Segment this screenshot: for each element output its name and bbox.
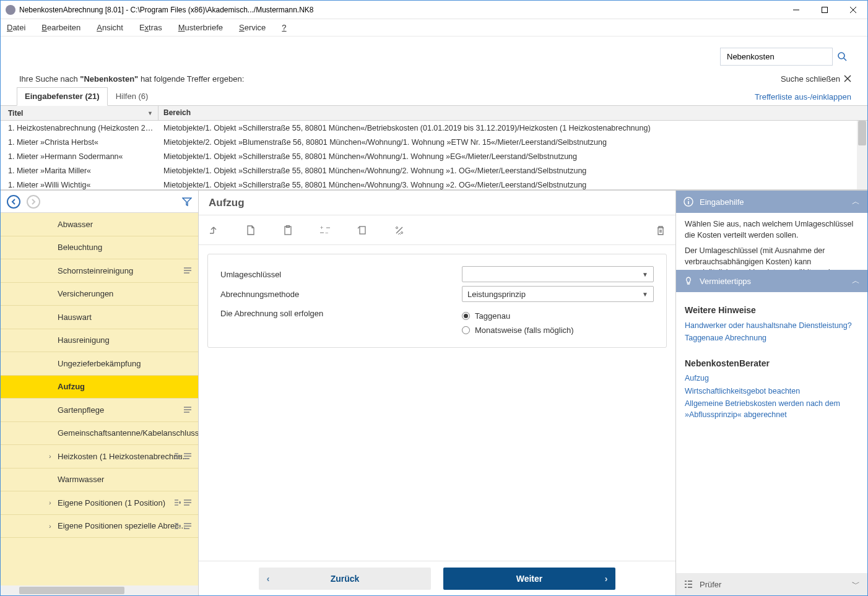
toolbar-doc-button[interactable] [245, 225, 257, 235]
result-row[interactable]: 1. Mieter »Hermann Sodermann«Mietobjekte… [1, 149, 867, 163]
tab-eingabefenster[interactable]: Eingabefenster (21) [17, 87, 108, 106]
result-title: 1. Heizkostenabrechnung (Heizkosten 2019… [1, 124, 158, 132]
flag-icon [357, 225, 367, 235]
nav-forward-button[interactable] [27, 195, 40, 209]
result-row[interactable]: 1. Heizkostenabrechnung (Heizkosten 2019… [1, 121, 867, 135]
search-button[interactable] [833, 48, 851, 66]
result-row[interactable]: 1. Mieter »Marita Miller«Mietobjekte/1. … [1, 163, 867, 178]
sidebar-item[interactable]: ›Eigene Positionen spezielle Abrec... [1, 515, 198, 538]
toolbar-percent-button[interactable] [393, 225, 406, 235]
toggle-result-list[interactable]: Trefferliste aus-/einklappen [755, 92, 867, 105]
menu-datei[interactable]: Datei [7, 23, 25, 32]
main-area: AbwasserBeleuchtungSchornsteinreinigungV… [1, 190, 867, 595]
result-title: 1. Mieter »Hermann Sodermann« [1, 152, 158, 161]
menu-bearbeiten[interactable]: Bearbeiten [41, 23, 80, 32]
next-button[interactable]: Weiter › [443, 568, 615, 590]
col-header-bereich[interactable]: Bereich [158, 106, 867, 120]
checklist-icon [684, 579, 693, 589]
nav-back-button[interactable] [7, 195, 20, 209]
menu-musterbriefe[interactable]: Musterbriefe [178, 23, 223, 32]
chevron-right-icon: › [49, 522, 51, 530]
select-umlageschluessel[interactable]: ▼ [462, 266, 654, 282]
menu-ansicht[interactable]: Ansicht [97, 23, 123, 32]
tab-hilfen[interactable]: Hilfen (6) [108, 87, 157, 105]
form-card: Umlageschlüssel ▼ Abrechnungsmethode Lei… [207, 254, 667, 348]
sidebar-item[interactable]: Schornsteinreinigung [1, 259, 198, 283]
document-icon [246, 225, 255, 235]
result-row[interactable]: 1. Mieter »Willi Wichtig«Mietobjekte/1. … [1, 178, 867, 189]
menu-icon[interactable] [183, 406, 192, 413]
menu-service[interactable]: Service [239, 23, 266, 32]
results-scrollbar[interactable] [857, 121, 867, 189]
menu-icon[interactable] [183, 522, 192, 530]
sidebar-item[interactable]: Gartenpflege [1, 399, 198, 422]
sidebar-item[interactable]: Hauswart [1, 306, 198, 329]
maximize-button[interactable] [810, 1, 839, 19]
sidebar-scrollbar[interactable] [1, 585, 198, 595]
result-area: Mietobjekte/1. Objekt »Schillerstraße 55… [158, 166, 867, 175]
panel-pruefer-header[interactable]: Prüfer ﹀ [676, 573, 867, 595]
app-window: NebenkostenAbrechnung [8.01] - C:\Progra… [0, 0, 868, 596]
toolbar-clipboard-button[interactable] [282, 225, 294, 235]
menu-icon[interactable] [183, 452, 192, 460]
panel-vermietertipps-header[interactable]: Vermietertipps ︿ [676, 270, 867, 292]
sidebar-item[interactable]: ›Eigene Positionen (1 Position) [1, 491, 198, 515]
toolbar-delete-button[interactable] [654, 225, 667, 235]
radio-taggenau[interactable]: Taggenau [462, 311, 574, 321]
toolbar-add-remove-button[interactable]: +− [319, 225, 331, 235]
center-toolbar: +− [199, 215, 675, 245]
close-search-button[interactable]: Suche schließen [781, 74, 851, 84]
result-row[interactable]: 1. Mieter »Christa Herbst«Mietobjekte/2.… [1, 135, 867, 149]
goto-icon[interactable] [173, 452, 181, 460]
result-title: 1. Mieter »Marita Miller« [1, 166, 158, 175]
sidebar-item[interactable]: Beleuchtung [1, 236, 198, 260]
search-input-wrap[interactable] [720, 48, 833, 66]
sidebar-item[interactable]: Ungezieferbekämpfung [1, 352, 198, 376]
up-arrow-icon [209, 225, 219, 235]
sidebar-item[interactable]: Abwasser [1, 213, 198, 236]
svg-point-32 [401, 231, 403, 233]
menu-icon[interactable] [183, 267, 192, 274]
menu-extras[interactable]: Extras [139, 23, 162, 32]
sidebar-item[interactable]: Warmwasser [1, 469, 198, 492]
chevron-right-icon: › [597, 574, 615, 584]
toolbar-mark-button[interactable] [356, 225, 368, 235]
svg-rect-29 [360, 227, 365, 234]
minimize-button[interactable] [782, 1, 810, 19]
radio-icon [462, 312, 470, 320]
sidebar-item[interactable]: Gemeinschaftsantenne/Kabelanschluss [1, 422, 198, 446]
tipps-heading-2: NebenkostenBerater [685, 358, 859, 370]
goto-icon[interactable] [173, 499, 181, 506]
plus-minus-icon: +− [320, 225, 330, 235]
titlebar: NebenkostenAbrechnung [8.01] - C:\Progra… [1, 1, 867, 19]
tipps-heading-1: Weitere Hinweise [685, 304, 859, 317]
label-abrechnung-erfolgen: Die Abrechnung soll erfolgen [220, 309, 462, 335]
sidebar-item[interactable]: Aufzug [1, 376, 198, 399]
col-header-title[interactable]: Titel ▼ [1, 106, 158, 120]
tipps-link[interactable]: Taggenaue Abrechnung [685, 333, 859, 344]
result-title: 1. Mieter »Willi Wichtig« [1, 181, 158, 189]
radio-monatsweise[interactable]: Monatsweise (falls möglich) [462, 326, 574, 335]
menu-help[interactable]: ? [282, 23, 286, 32]
close-button[interactable] [839, 1, 867, 19]
toolbar-up-button[interactable] [207, 225, 220, 235]
search-input[interactable] [726, 51, 832, 62]
sidebar-item[interactable]: ›Heizkosten (1 Heizkostenabrechnu... [1, 445, 198, 469]
wizard-nav: ‹ Zurück Weiter › [199, 561, 675, 595]
tipps-link[interactable]: Allgemeine Betriebskosten werden nach de… [685, 399, 859, 420]
menu-icon[interactable] [183, 499, 192, 506]
result-area: Mietobjekte/1. Objekt »Schillerstraße 55… [158, 181, 867, 189]
goto-icon[interactable] [173, 522, 181, 530]
sidebar-item-label: Hauswart [58, 313, 92, 322]
tipps-link[interactable]: Aufzug [685, 373, 859, 384]
panel-eingabehilfe-header[interactable]: Eingabehilfe ︿ [676, 191, 867, 213]
sidebar-item[interactable]: Versicherungen [1, 283, 198, 306]
tipps-link[interactable]: Wirtschaftlichkeitsgebot beachten [685, 386, 859, 397]
back-button[interactable]: ‹ Zurück [259, 568, 431, 590]
arrow-right-icon [30, 199, 37, 205]
svg-point-35 [688, 199, 689, 200]
sidebar-item[interactable]: Hausreinigung [1, 329, 198, 353]
filter-button[interactable] [182, 197, 192, 207]
tipps-link[interactable]: Handwerker oder haushaltsnahe Dienstleis… [685, 321, 859, 332]
select-abrechnungsmethode[interactable]: Leistungsprinzip ▼ [462, 286, 654, 302]
